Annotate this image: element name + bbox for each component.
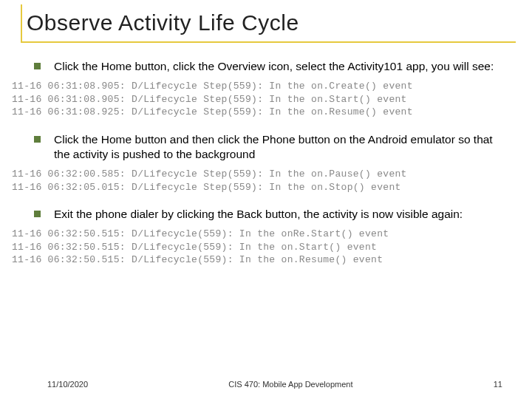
log-output: 11-16 06:32:00.585: D/Lifecycle Step(559… [12, 168, 498, 194]
footer-course: CIS 470: Mobile App Development [88, 380, 494, 389]
title-underline [21, 41, 516, 43]
bullet-text: Exit the phone dialer by clicking the Ba… [54, 207, 463, 222]
bullet-item: Exit the phone dialer by clicking the Ba… [34, 207, 498, 222]
slide-footer: 11/10/2020 CIS 470: Mobile App Developme… [0, 380, 532, 389]
slide-body: Click the Home button, click the Overvie… [0, 35, 532, 267]
slide-title: Observe Activity Life Cycle [27, 10, 532, 35]
square-bullet-icon [34, 136, 41, 143]
bullet-item: Click the Home button and then click the… [34, 132, 498, 162]
footer-page-number: 11 [494, 380, 502, 389]
square-bullet-icon [34, 211, 41, 217]
bullet-text: Click the Home button and then click the… [54, 132, 498, 162]
bullet-text: Click the Home button, click the Overvie… [54, 59, 494, 74]
title-accent-vertical [21, 4, 22, 41]
square-bullet-icon [34, 63, 41, 69]
bullet-item: Click the Home button, click the Overvie… [34, 59, 498, 74]
title-area: Observe Activity Life Cycle [0, 0, 532, 35]
log-output: 11-16 06:31:08.905: D/Lifecycle Step(559… [12, 80, 498, 119]
log-output: 11-16 06:32:50.515: D/Lifecycle(559): In… [12, 228, 498, 267]
footer-date: 11/10/2020 [47, 380, 88, 389]
